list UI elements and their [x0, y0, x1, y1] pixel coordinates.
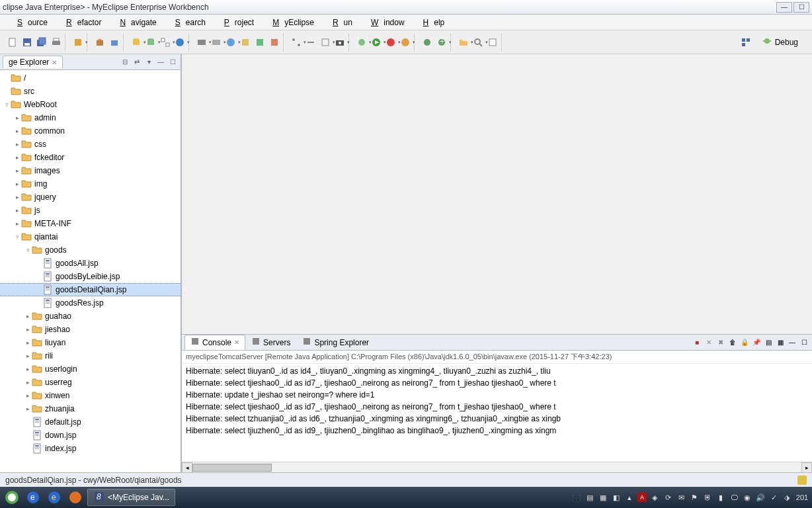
- hier-icon[interactable]: [290, 36, 302, 48]
- scroll-lock-icon[interactable]: 🔒: [739, 337, 750, 348]
- link-editor-icon[interactable]: ⇄: [132, 57, 142, 67]
- task-icon[interactable]: [487, 36, 499, 48]
- tree-node-goodsRes-jsp[interactable]: goodsRes.jsp: [0, 296, 181, 310]
- menu-refactor[interactable]: Refactor: [56, 17, 106, 28]
- menu-window[interactable]: Window: [360, 17, 410, 28]
- tray-monitor-icon[interactable]: 🖵: [729, 492, 739, 503]
- maximize-view-icon[interactable]: ☐: [167, 57, 178, 67]
- globe-icon[interactable]: [225, 36, 237, 48]
- tree-caret-icon[interactable]: ▸: [24, 339, 32, 346]
- tree-node-zhuanjia[interactable]: ▸zhuanjia: [0, 402, 181, 415]
- clear-console-icon[interactable]: 🗑: [727, 337, 738, 348]
- tree-caret-icon[interactable]: ▸: [13, 181, 21, 187]
- tray-battery-icon[interactable]: ▮: [715, 492, 726, 503]
- tab-spring-explorer[interactable]: Spring Explorer: [296, 335, 375, 350]
- link-icon[interactable]: [305, 36, 317, 48]
- tree-node-goodsAll-jsp[interactable]: goodsAll.jsp: [0, 257, 181, 270]
- menu-project[interactable]: Project: [214, 17, 259, 28]
- tray-update-icon[interactable]: ⟳: [663, 492, 673, 503]
- tree-caret-icon[interactable]: ▸: [24, 392, 32, 399]
- tree-caret-icon[interactable]: ▿: [13, 233, 21, 240]
- scroll-right-icon[interactable]: ▸: [801, 462, 812, 473]
- tray-icon-1[interactable]: ▤: [585, 492, 595, 503]
- save-icon[interactable]: [21, 36, 33, 48]
- taskbar-ie-icon[interactable]: e: [45, 489, 63, 506]
- search-icon[interactable]: [472, 36, 484, 48]
- tree-node-admin[interactable]: ▸admin: [0, 111, 181, 124]
- tree-node-src[interactable]: src: [0, 85, 181, 98]
- extern-icon[interactable]: [385, 36, 397, 48]
- taskbar-browser-icon[interactable]: e: [24, 489, 42, 506]
- minimize-view-icon[interactable]: —: [155, 57, 166, 67]
- tree-caret-icon[interactable]: ▸: [24, 353, 32, 359]
- tree-caret-icon[interactable]: ▸: [24, 326, 32, 333]
- terminate-icon[interactable]: ■: [692, 337, 702, 348]
- max-icon[interactable]: ☐: [799, 337, 809, 348]
- profile-icon[interactable]: [399, 36, 411, 48]
- tray-av-icon[interactable]: ✓: [768, 492, 779, 503]
- camera-icon[interactable]: [334, 36, 346, 48]
- tree-node-userreg[interactable]: ▸userreg: [0, 376, 181, 389]
- tree-node-userlogin[interactable]: ▸userlogin: [0, 362, 181, 376]
- tree-caret-icon[interactable]: ▸: [13, 128, 21, 134]
- tray-adobe-icon[interactable]: A: [637, 493, 647, 502]
- saveall-icon[interactable]: [36, 36, 48, 48]
- start-button[interactable]: [3, 489, 21, 506]
- tree-node-guahao[interactable]: ▸guahao: [0, 310, 181, 323]
- tree-node-META-INF[interactable]: ▸META-INF: [0, 217, 181, 230]
- tray-wifi-icon[interactable]: ◉: [742, 492, 752, 503]
- menu-search[interactable]: Search: [165, 17, 211, 28]
- menu-help[interactable]: Help: [413, 17, 450, 28]
- tree-caret-icon[interactable]: ▸: [24, 405, 32, 412]
- tray-icon-2[interactable]: ▦: [598, 492, 608, 503]
- tree-caret-icon[interactable]: ▸: [24, 366, 32, 372]
- db-icon[interactable]: [130, 36, 142, 48]
- tree-caret-icon[interactable]: ▸: [13, 194, 21, 200]
- tree-node-jieshao[interactable]: ▸jieshao: [0, 323, 181, 336]
- tree-caret-icon[interactable]: ▸: [13, 114, 21, 121]
- print-icon[interactable]: [50, 36, 62, 48]
- tree-caret-icon[interactable]: ▸: [24, 313, 32, 319]
- pin-console-icon[interactable]: 📌: [751, 337, 762, 348]
- debug-perspective-button[interactable]: Debug: [757, 34, 803, 50]
- tree-node-index-jsp[interactable]: index.jsp: [0, 442, 181, 455]
- tree-caret-icon[interactable]: ▿: [24, 247, 32, 253]
- view-menu-icon[interactable]: ▾: [143, 57, 154, 67]
- tree-node-images[interactable]: ▸images: [0, 164, 181, 177]
- close-icon[interactable]: ✕: [234, 339, 239, 346]
- tree-node-xinwen[interactable]: ▸xinwen: [0, 389, 181, 402]
- explorer-tab[interactable]: ge Explorer ✕: [3, 56, 63, 68]
- tree-node-liuyan[interactable]: ▸liuyan: [0, 336, 181, 349]
- build-icon[interactable]: [72, 36, 84, 48]
- tree-node-css[interactable]: ▸css: [0, 138, 181, 151]
- tree-node-default-jsp[interactable]: default.jsp: [0, 415, 181, 429]
- tree-caret-icon[interactable]: ▸: [13, 220, 21, 227]
- menu-navigate[interactable]: Navigate: [109, 17, 161, 28]
- remove-icon[interactable]: ✕: [704, 337, 714, 348]
- tree-caret-icon[interactable]: ▸: [13, 141, 21, 148]
- package-icon[interactable]: [94, 36, 106, 48]
- tree-node-fckeditor[interactable]: ▸fckeditor: [0, 151, 181, 164]
- action2-icon[interactable]: [254, 36, 266, 48]
- web-icon[interactable]: [174, 36, 186, 48]
- tree-node-jquery[interactable]: ▸jquery: [0, 190, 181, 204]
- server2-icon[interactable]: [210, 36, 222, 48]
- tree-node-common[interactable]: ▸common: [0, 124, 181, 138]
- editor-area[interactable]: ↖: [182, 54, 812, 335]
- tray-volume-icon[interactable]: 🔊: [755, 492, 766, 503]
- close-icon[interactable]: ✕: [52, 59, 57, 66]
- tree-node-rili[interactable]: ▸rili: [0, 349, 181, 362]
- debug-icon[interactable]: [356, 36, 368, 48]
- tree-node-down-jsp[interactable]: down.jsp: [0, 429, 181, 442]
- run-icon[interactable]: [370, 36, 382, 48]
- tree-caret-icon[interactable]: ▸: [13, 207, 21, 214]
- action3-icon[interactable]: [268, 36, 280, 48]
- collapse-all-icon[interactable]: ⊟: [120, 57, 130, 67]
- console-output[interactable]: Hibernate: select tliuyan0_.id as id4_, …: [182, 364, 812, 462]
- hier2-icon[interactable]: [319, 36, 331, 48]
- taskbar-myeclipse-button[interactable]: 8 <MyEclipse Jav...: [87, 489, 175, 506]
- tree-caret-icon[interactable]: ▸: [13, 154, 21, 161]
- horizontal-scrollbar[interactable]: ◂ ▸: [182, 462, 812, 472]
- tab-servers[interactable]: Servers: [245, 335, 296, 350]
- tab-console[interactable]: Console✕: [184, 335, 245, 350]
